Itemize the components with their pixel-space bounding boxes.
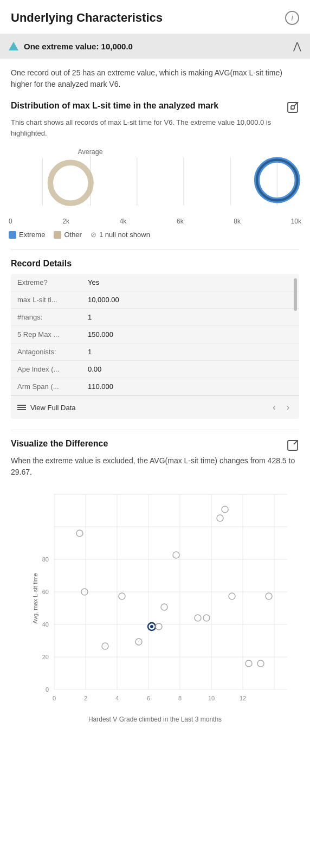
svg-text:6: 6 — [147, 695, 150, 701]
record-value: 0.00 — [88, 365, 101, 373]
scatter-point — [217, 515, 223, 521]
axis-label-4k: 4k — [120, 218, 127, 225]
page-header: Underlying Characteristics i — [0, 0, 310, 34]
visualize-expand-icon[interactable] — [286, 439, 299, 452]
visualize-title: Visualize the Difference — [11, 439, 108, 449]
scatter-point — [76, 530, 83, 537]
record-label: Ape Index (... — [17, 365, 88, 373]
chart-expand-icon[interactable] — [286, 101, 299, 114]
table-row: Ape Index (... 0.00 — [11, 361, 299, 378]
divider-1 — [11, 250, 299, 250]
info-icon[interactable]: i — [285, 11, 299, 25]
legend-extreme-label: Extreme — [19, 231, 45, 239]
svg-text:0: 0 — [53, 695, 56, 701]
axis-label-10k: 10k — [291, 218, 301, 225]
scatter-point — [246, 660, 252, 667]
record-value: 10,000.00 — [88, 296, 119, 304]
legend-other-swatch — [54, 231, 61, 239]
svg-text:12: 12 — [240, 695, 246, 701]
scatter-point — [229, 593, 235, 599]
alert-text: One extreme value: 10,000.0 — [24, 42, 133, 51]
scatter-point — [266, 593, 272, 599]
scrollbar[interactable] — [294, 278, 297, 311]
scatter-center-dot — [150, 625, 153, 628]
svg-text:8: 8 — [178, 695, 182, 701]
legend-extreme: Extreme — [9, 231, 45, 239]
distribution-axis-labels: 0 2k 4k 6k 8k 10k — [9, 218, 301, 228]
visualize-description: When the extreme value is excluded, the … — [11, 455, 299, 483]
record-table: Extreme? Yes max L-sit ti... 10,000.00 #… — [11, 274, 299, 419]
record-value: 150.000 — [88, 330, 113, 339]
page-title: Underlying Characteristics — [11, 11, 163, 25]
y-axis-label: Avg. max L-sit time — [32, 573, 38, 623]
scatter-point — [102, 643, 108, 649]
view-full-data-button[interactable]: View Full Data — [17, 404, 76, 412]
svg-text:0: 0 — [46, 686, 49, 693]
svg-text:20: 20 — [42, 654, 49, 660]
legend-extreme-swatch — [9, 231, 16, 239]
svg-line-16 — [294, 441, 298, 444]
svg-text:40: 40 — [42, 621, 49, 628]
scatter-point — [135, 639, 142, 645]
scatter-svg: 0 20 40 60 80 0 2 4 6 8 10 12 — [33, 483, 298, 711]
alert-left: One extreme value: 10,000.0 — [9, 42, 133, 51]
record-label: 5 Rep Max ... — [17, 330, 88, 339]
table-row: Arm Span (... 110.000 — [11, 378, 299, 395]
scatter-point — [203, 615, 210, 621]
svg-text:2: 2 — [84, 695, 87, 701]
record-label: Extreme? — [17, 278, 88, 286]
warning-triangle-icon — [9, 42, 18, 50]
extreme-description: One record out of 25 has an extreme valu… — [0, 67, 310, 101]
scatter-point — [173, 552, 179, 558]
alert-banner: One extreme value: 10,000.0 ⋀ — [0, 34, 310, 59]
scatter-point — [222, 506, 228, 513]
prev-record-button[interactable]: ‹ — [269, 401, 279, 413]
table-row: max L-sit ti... 10,000.00 — [11, 291, 299, 309]
record-label: Antagonists: — [17, 348, 88, 356]
record-details-section: Record Details Extreme? Yes max L-sit ti… — [0, 259, 310, 430]
record-value: 1 — [88, 313, 92, 321]
scatter-point — [257, 660, 264, 667]
svg-line-3 — [294, 103, 298, 106]
svg-text:Average: Average — [78, 148, 102, 156]
record-value: 110.000 — [88, 382, 113, 391]
view-full-data-row[interactable]: View Full Data ‹ › — [11, 395, 299, 419]
svg-text:80: 80 — [42, 556, 49, 563]
record-details-title: Record Details — [11, 259, 299, 269]
distribution-description: This chart shows all records of max L-si… — [0, 117, 310, 145]
next-record-button[interactable]: › — [283, 401, 293, 413]
axis-label-2k: 2k — [62, 218, 69, 225]
legend-other: Other — [54, 231, 82, 239]
axis-label-8k: 8k — [234, 218, 241, 225]
chevron-up-icon[interactable]: ⋀ — [293, 40, 301, 52]
svg-point-12 — [50, 163, 91, 203]
distribution-legend: Extreme Other ⊘ 1 null not shown — [9, 228, 301, 250]
scatter-point — [161, 604, 167, 610]
legend-null: ⊘ 1 null not shown — [91, 231, 150, 239]
svg-text:10: 10 — [208, 695, 215, 701]
legend-other-label: Other — [64, 231, 82, 239]
view-full-data-label: View Full Data — [30, 404, 76, 412]
svg-text:4: 4 — [115, 695, 119, 701]
axis-label-6k: 6k — [177, 218, 184, 225]
axis-label-0: 0 — [9, 218, 12, 225]
scatter-chart-container: Avg. max L-sit time 0 20 40 60 80 — [11, 483, 299, 713]
record-value: 1 — [88, 348, 92, 356]
legend-null-label: 1 null not shown — [99, 231, 150, 239]
distribution-chart: Average — [9, 145, 301, 215]
record-label: max L-sit ti... — [17, 296, 88, 304]
divider-2 — [11, 430, 299, 430]
distribution-title: Distribution of max L-sit time in the an… — [11, 101, 218, 111]
distribution-section-header: Distribution of max L-sit time in the an… — [0, 101, 310, 117]
visualize-section: Visualize the Difference When the extrem… — [0, 439, 310, 738]
scatter-point — [195, 615, 201, 621]
rows-icon — [17, 405, 26, 410]
table-row: Extreme? Yes — [11, 274, 299, 291]
table-row: #hangs: 1 — [11, 309, 299, 326]
table-row: Antagonists: 1 — [11, 343, 299, 361]
null-icon: ⊘ — [91, 231, 96, 239]
svg-text:60: 60 — [42, 589, 49, 595]
record-label: Arm Span (... — [17, 382, 88, 391]
scatter-point — [119, 593, 125, 599]
record-navigation: ‹ › — [269, 401, 293, 413]
